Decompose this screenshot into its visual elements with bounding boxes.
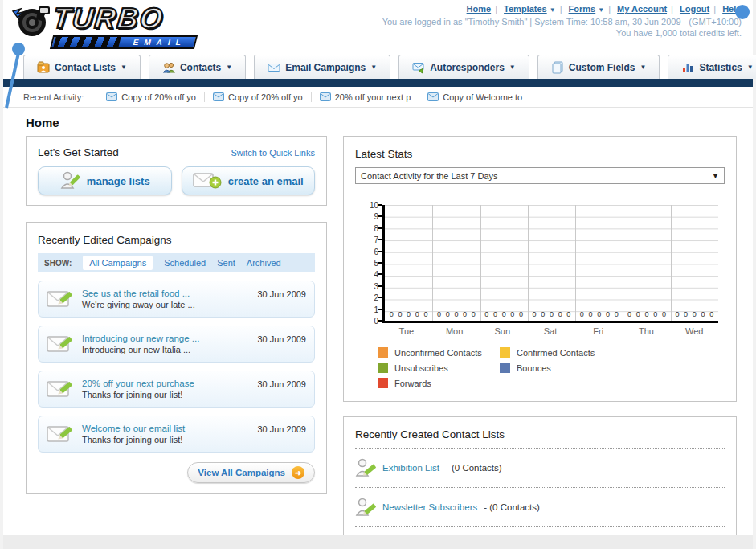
manage-lists-button[interactable]: manage lists [38, 166, 172, 195]
logo-text: TURBO [51, 3, 166, 34]
footer-strip [3, 535, 753, 549]
contact-list-row[interactable]: Newsletter Subscribers - (0 Contacts) [355, 494, 725, 520]
chart-vertical-gridline [480, 205, 481, 321]
chart-value-label: 0 [446, 310, 450, 318]
top-link-forms[interactable]: Forms [569, 4, 596, 14]
x-axis-label: Sat [526, 326, 574, 336]
autoresponders-icon [412, 61, 425, 74]
chart-value-label: 0 [472, 310, 476, 318]
legend-item: Unconfirmed Contacts [378, 347, 500, 358]
y-axis-tick-mark [378, 297, 382, 298]
chart-value-label: 0 [558, 310, 562, 318]
view-all-campaigns-label: View All Campaigns [198, 468, 285, 477]
recent-activity-item[interactable]: 20% off your next p [312, 92, 420, 102]
chevron-down-icon: ▼ [640, 64, 646, 71]
campaigns-panel: Recently Edited Campaigns SHOW: All Camp… [26, 222, 327, 494]
filter-sent[interactable]: Sent [217, 258, 235, 268]
recent-activity-item[interactable]: Copy of 20% off yo [205, 92, 312, 102]
tab-label: Email Campaigns [285, 62, 366, 73]
tab-email-campaigns[interactable]: Email Campaigns ▼ [254, 55, 390, 79]
filter-scheduled[interactable]: Scheduled [164, 258, 206, 268]
contact-list-link[interactable]: Exhibition List [382, 463, 439, 473]
legend-swatch [378, 363, 388, 373]
chart-value-label: 0 [693, 310, 697, 318]
turbo-engine-icon [10, 3, 53, 40]
top-link-templates[interactable]: Templates [504, 4, 547, 14]
tab-statistics[interactable]: Statistics ▼ [668, 55, 756, 79]
view-all-campaigns-button[interactable]: View All Campaigns ➜ [187, 462, 315, 483]
y-axis-tick-mark [378, 204, 382, 206]
chart-legend: Unconfirmed ContactsConfirmed ContactsUn… [378, 347, 725, 388]
y-axis-tick-mark [378, 273, 382, 275]
y-axis-tick-mark [378, 251, 382, 252]
chart-value-label: 0 [589, 310, 593, 318]
chart-value-label: 0 [463, 310, 467, 318]
top-link-my-account[interactable]: My Account [617, 4, 667, 14]
y-axis-tick-mark [378, 320, 382, 322]
filter-all-campaigns[interactable]: All Campaigns [83, 256, 153, 270]
tab-label: Contact Lists [55, 62, 116, 73]
x-axis-label: Mon [431, 326, 479, 336]
chart-value-label: 0 [615, 310, 619, 318]
campaign-date: 30 Jun 2009 [257, 289, 306, 299]
logo-stripes [53, 37, 121, 47]
contacts-icon [162, 61, 175, 74]
x-axis-label: Sun [478, 326, 526, 336]
top-link-home[interactable]: Home [467, 4, 492, 14]
chart-vertical-gridline [575, 205, 576, 321]
y-axis-tick-mark [378, 309, 382, 310]
stats-dropdown[interactable]: Contact Activity for the Last 7 Days ▼ [355, 167, 725, 184]
legend-label: Unconfirmed Contacts [394, 348, 482, 358]
recent-activity-text: 20% off your next p [335, 92, 411, 102]
campaign-title-link[interactable]: Introducing our new range ... [82, 334, 257, 343]
campaign-row[interactable]: 20% off your next purchase Thanks for jo… [38, 371, 315, 408]
create-email-button[interactable]: create an email [182, 166, 316, 195]
x-axis-label: Tue [382, 326, 431, 336]
campaign-date: 30 Jun 2009 [257, 379, 306, 389]
top-link-logout[interactable]: Logout [680, 4, 709, 14]
chart-day-values: 00000 [432, 310, 480, 318]
chart-plot-area: 1098765432100000000000000000000000000000… [382, 205, 718, 323]
person-pencil-icon [355, 496, 376, 518]
chevron-down-icon: ▼ [370, 64, 377, 71]
recent-activity-label: Recent Activity: [23, 92, 84, 102]
divider [355, 448, 725, 449]
campaign-row[interactable]: Introducing our new range ... Introducin… [38, 326, 315, 363]
arrow-right-icon: ➜ [292, 466, 304, 479]
chart-value-label: 0 [484, 310, 488, 318]
tab-contact-lists[interactable]: Contact Lists ▼ [23, 55, 141, 79]
tab-autoresponders[interactable]: Autoresponders ▼ [398, 55, 529, 79]
campaign-title-link[interactable]: 20% off your next purchase [82, 379, 257, 388]
chart-value-label: 0 [675, 310, 679, 318]
campaign-row[interactable]: See us at the retail food ... We're givi… [38, 281, 315, 318]
envelope-pencil-icon [47, 379, 74, 399]
chevron-down-icon: ▼ [509, 64, 516, 71]
campaign-title-link[interactable]: See us at the retail food ... [82, 289, 257, 298]
envelope-pencil-icon [47, 424, 74, 445]
tab-contacts[interactable]: Contacts ▼ [149, 55, 246, 79]
y-axis-tick-mark [378, 227, 382, 229]
contact-list-link[interactable]: Newsletter Subscribers [382, 502, 477, 512]
recent-activity-item[interactable]: Copy of Welcome to [419, 92, 530, 102]
tab-custom-fields[interactable]: Custom Fields ▼ [537, 55, 660, 79]
campaign-row[interactable]: Welcome to our email list Thanks for joi… [38, 416, 315, 453]
recent-activity-item[interactable]: Copy of 20% off yo [98, 92, 205, 102]
filter-archived[interactable]: Archived [247, 258, 281, 268]
chart-value-label: 0 [493, 310, 497, 318]
y-axis-tick-label: 5 [361, 259, 378, 268]
chart-value-label: 0 [390, 310, 394, 318]
campaign-title-link[interactable]: Welcome to our email list [82, 424, 257, 433]
legend-label: Forwards [394, 379, 431, 388]
chart-value-label: 0 [662, 310, 666, 318]
switch-quick-links[interactable]: Switch to Quick Links [231, 148, 315, 158]
campaign-subtitle: Thanks for joining our list! [82, 435, 257, 445]
chart-value-label: 0 [653, 310, 657, 318]
y-axis-tick-label: 0 [361, 317, 378, 326]
chevron-down-icon: ▼ [598, 6, 604, 14]
contact-list-row[interactable]: Exhibition List - (0 Contacts) [355, 455, 725, 481]
left-column: Let's Get Started Switch to Quick Links … [26, 136, 327, 494]
chevron-down-icon: ▼ [747, 64, 754, 71]
chart-day-values: 00000 [528, 310, 575, 318]
envelope-icon [320, 92, 331, 101]
chart-x-axis-labels: TueMonSunSatFriThuWed [382, 326, 718, 336]
